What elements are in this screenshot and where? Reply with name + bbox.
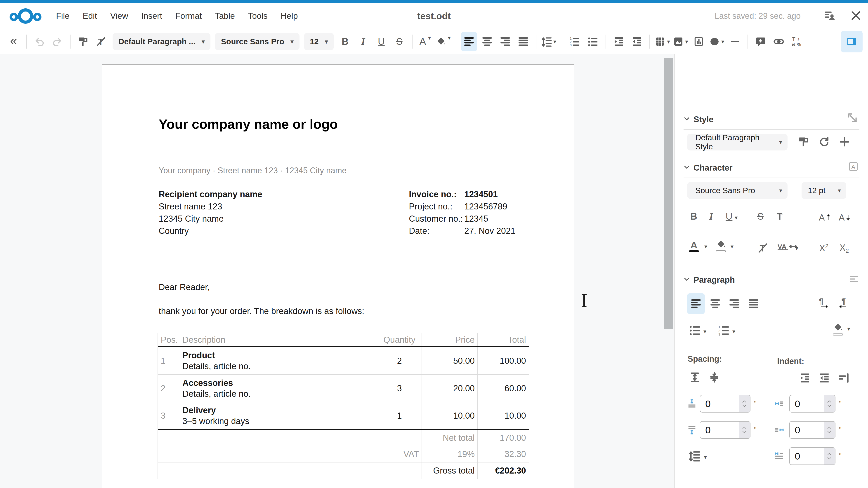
- line-spacing-button[interactable]: ▾: [541, 32, 557, 51]
- decrease-paragraph-spacing-button[interactable]: [708, 371, 720, 384]
- table-row: 2 AccessoriesDetails, article no. 3 20.0…: [158, 375, 529, 402]
- style-more-options-icon[interactable]: [847, 112, 859, 125]
- sidebar-bold-button[interactable]: B: [690, 211, 697, 222]
- character-dialog-icon[interactable]: A: [848, 161, 859, 173]
- undo-button[interactable]: [31, 32, 48, 51]
- increase-indent-button[interactable]: [611, 32, 627, 51]
- highlight-color-button[interactable]: ▾: [435, 32, 452, 51]
- hanging-indent-button[interactable]: [838, 372, 849, 385]
- stepper-buttons[interactable]: [824, 448, 835, 464]
- font-color-button[interactable]: A▾: [417, 32, 433, 51]
- refresh-style-button[interactable]: [818, 136, 830, 149]
- update-style-button[interactable]: [798, 136, 810, 149]
- space-below-input[interactable]: 0: [700, 421, 750, 439]
- font-name-select[interactable]: Source Sans Pro▾: [215, 33, 299, 50]
- insert-special-character-button[interactable]: T♪ &%: [789, 32, 805, 51]
- paragraph-section-chevron[interactable]: [683, 275, 691, 284]
- redo-button[interactable]: [49, 32, 66, 51]
- collapse-toolbar-button[interactable]: «: [5, 32, 22, 51]
- space-above-input[interactable]: 0: [700, 395, 750, 413]
- firstline-indent-input[interactable]: 0: [789, 447, 835, 465]
- svg-text:2: 2: [718, 329, 720, 332]
- insert-shape-button[interactable]: ▾: [709, 32, 725, 51]
- sidebar-increase-indent-button[interactable]: [799, 372, 811, 385]
- chevron-down-icon[interactable]: ▾: [704, 454, 707, 461]
- clone-formatting-button[interactable]: [75, 32, 91, 51]
- sidebar-justify-button[interactable]: [748, 298, 759, 310]
- insert-chart-button[interactable]: [690, 32, 707, 51]
- new-style-button[interactable]: [839, 136, 850, 149]
- increase-paragraph-spacing-button[interactable]: [689, 371, 701, 384]
- sidebar-underline-button[interactable]: U▾: [725, 211, 738, 222]
- stepper-buttons[interactable]: [824, 422, 835, 438]
- chevron-down-icon[interactable]: ▾: [795, 245, 798, 252]
- chevron-down-icon[interactable]: ▾: [847, 325, 850, 332]
- chevron-down-icon[interactable]: ▾: [731, 243, 734, 250]
- align-right-button[interactable]: [497, 32, 513, 51]
- sidebar-toggle-button[interactable]: [841, 31, 863, 53]
- sidebar-line-spacing-button[interactable]: [689, 450, 701, 463]
- sidebar-font-color-button[interactable]: A: [689, 240, 699, 252]
- sidebar-numbered-list-button[interactable]: 123: [718, 324, 730, 337]
- sidebar-italic-button[interactable]: I: [709, 211, 713, 222]
- justify-button[interactable]: [515, 32, 531, 51]
- sidebar-bullet-list-button[interactable]: [689, 324, 701, 337]
- shrink-font-button[interactable]: A: [838, 211, 851, 225]
- sidebar-align-center-button[interactable]: [710, 298, 721, 310]
- sidebar-align-left-button[interactable]: [687, 293, 705, 314]
- invoice-table[interactable]: Pos. Description Quantity Price Total 1 …: [158, 333, 529, 479]
- activity-sharing-icon[interactable]: [824, 10, 836, 22]
- align-left-button[interactable]: [461, 32, 477, 51]
- insert-table-button[interactable]: ▾: [654, 32, 671, 51]
- sidebar-highlight-color-button[interactable]: [716, 239, 726, 252]
- font-size-select[interactable]: 12▾: [304, 33, 334, 50]
- paragraph-dialog-icon[interactable]: [848, 274, 859, 285]
- align-center-button[interactable]: [479, 32, 495, 51]
- italic-button[interactable]: I: [355, 32, 371, 51]
- vertical-scrollbar[interactable]: [664, 58, 673, 329]
- paragraph-style-select[interactable]: Default Paragraph ...▾: [113, 33, 211, 50]
- chevron-down-icon: ▾: [448, 34, 451, 41]
- paragraph-rtl-button[interactable]: ¶: [838, 296, 850, 310]
- bold-button[interactable]: B: [337, 32, 353, 51]
- strikethrough-button[interactable]: S: [391, 32, 408, 51]
- sidebar-decrease-indent-button[interactable]: [819, 372, 830, 385]
- insert-image-button[interactable]: ▾: [673, 32, 689, 51]
- sidebar-font-name-select[interactable]: Source Sans Pro▾: [687, 182, 787, 199]
- paragraph-background-color-button[interactable]: [833, 323, 843, 335]
- clear-formatting-button[interactable]: T: [93, 32, 110, 51]
- style-name-select[interactable]: Default Paragraph Style▾: [687, 134, 787, 151]
- stepper-buttons[interactable]: [739, 395, 750, 412]
- insert-line-button[interactable]: [727, 32, 743, 51]
- chevron-down-icon[interactable]: ▾: [733, 328, 735, 335]
- stepper-buttons[interactable]: [824, 395, 835, 412]
- document-page[interactable]: Your company name or logo Your company ·…: [102, 64, 574, 488]
- sidebar-strikethrough-button[interactable]: S: [757, 211, 764, 222]
- character-section-title: Character: [693, 163, 733, 173]
- chevron-down-icon[interactable]: ▾: [704, 328, 706, 335]
- sidebar-shadow-button[interactable]: T: [777, 211, 782, 222]
- sidebar-align-right-button[interactable]: [729, 298, 740, 310]
- indent-before-input[interactable]: 0: [789, 395, 835, 413]
- character-section-chevron[interactable]: [683, 163, 691, 172]
- decrease-indent-button[interactable]: [629, 32, 645, 51]
- paragraph-ltr-button[interactable]: ¶: [817, 296, 830, 310]
- ordered-list-button[interactable]: 1 2 3: [567, 32, 583, 51]
- chevron-down-icon: ▾: [735, 214, 738, 221]
- underline-button[interactable]: U: [373, 32, 390, 51]
- subscript-button[interactable]: X2: [839, 242, 849, 254]
- document-canvas[interactable]: Your company name or logo Your company ·…: [0, 54, 674, 488]
- indent-after-input[interactable]: 0: [789, 421, 835, 439]
- unordered-list-button[interactable]: [585, 32, 601, 51]
- sidebar-clear-formatting-button[interactable]: T: [757, 242, 769, 255]
- sidebar-font-size-select[interactable]: 12 pt▾: [802, 182, 846, 199]
- insert-comment-button[interactable]: [752, 32, 769, 51]
- stepper-buttons[interactable]: [739, 422, 750, 438]
- style-section-chevron[interactable]: [683, 115, 691, 124]
- grow-font-button[interactable]: A: [818, 211, 831, 225]
- chevron-down-icon[interactable]: ▾: [704, 243, 707, 250]
- superscript-button[interactable]: X2: [819, 242, 829, 253]
- insert-hyperlink-button[interactable]: [771, 32, 787, 51]
- close-icon[interactable]: [850, 10, 861, 22]
- svg-text:A: A: [819, 213, 825, 222]
